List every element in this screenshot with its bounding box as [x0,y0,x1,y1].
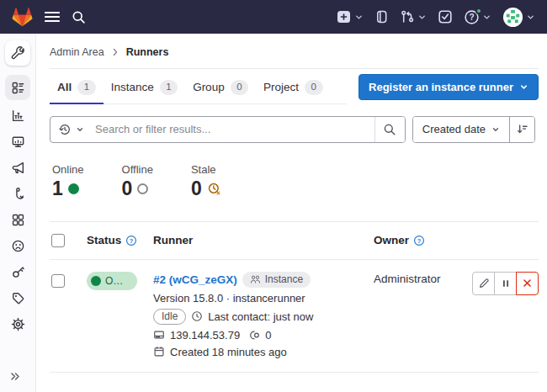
delete-runner-button[interactable] [516,272,539,295]
svg-text:?: ? [130,237,134,245]
register-instance-runner-button[interactable]: Register an instance runner [358,74,539,100]
user-menu[interactable] [502,7,535,28]
tab-instance-count: 1 [160,80,178,95]
runner-link[interactable]: #2 (wCG_zeGX) [153,273,237,286]
todos-icon[interactable] [438,9,453,24]
offline-status-icon [137,183,148,194]
sort-descending-icon [516,123,528,135]
key-icon [11,265,25,279]
tab-group[interactable]: Group 0 [185,71,256,104]
sidebar-item-monitoring[interactable] [6,130,29,153]
search-history-dropdown[interactable] [50,117,92,142]
sidebar-item-abuse-reports[interactable] [6,234,29,257]
jobs-count: 0 [265,329,271,342]
sort-direction-button[interactable] [509,117,534,142]
breadcrumb: Admin Area Runners [50,44,539,61]
svg-text:?: ? [469,13,474,22]
notification-dot [475,8,482,14]
gitlab-logo[interactable] [12,7,33,27]
runner-table-row: Online #2 (wCG_zeGX) Instance Version 15… [50,259,539,373]
status-help-icon[interactable]: ? [125,235,137,246]
main-content: Admin Area Runners All 1 Instance 1 [36,34,547,392]
monitor-icon [11,135,25,149]
online-count: 1 [52,178,63,199]
sidebar-item-messages[interactable] [6,156,29,179]
runner-tabs-row: All 1 Instance 1 Group 0 Project 0 [50,71,539,104]
stale-clock-icon [207,182,221,196]
merge-request-icon [400,9,415,24]
online-status-icon [68,183,79,194]
breadcrumb-chevron-icon [112,48,119,56]
last-contact-text: Last contact: just now [208,310,313,323]
row-checkbox[interactable] [51,274,65,288]
close-x-icon [522,278,533,289]
breadcrumb-divider [50,68,539,69]
stat-online: Online 1 [52,163,84,199]
stale-count: 0 [191,178,202,199]
owner-help-icon[interactable]: ? [413,235,425,246]
select-all-checkbox[interactable] [51,234,65,247]
bar-chart-icon [11,109,25,123]
merge-requests-menu[interactable] [400,9,427,24]
history-icon [58,123,72,136]
runner-stats: Online 1 Offline 0 Stale 0 [50,163,539,199]
topbar-right: ? [336,7,535,28]
filtered-search-box [50,116,406,143]
runner-actions [472,272,539,358]
sort-by-dropdown[interactable]: Created date [413,117,509,142]
chevron-down-icon [76,125,84,134]
search-input[interactable] [92,123,374,135]
search-icon[interactable] [72,10,86,24]
chevron-down-icon [526,13,535,22]
tab-all[interactable]: All 1 [50,71,104,104]
new-menu-button[interactable] [336,9,364,24]
breadcrumb-runners: Runners [126,46,169,58]
host-disk-icon [153,329,165,341]
sidebar-item-analytics[interactable] [6,103,29,127]
wrench-icon [11,46,25,61]
sidebar-item-labels[interactable] [6,286,29,310]
runner-tabs: All 1 Instance 1 Group 0 Project 0 [50,71,347,104]
pause-runner-button[interactable] [494,272,517,295]
hamburger-menu-icon[interactable] [45,11,60,23]
edit-runner-button[interactable] [472,272,495,295]
chevron-down-icon [491,125,500,134]
hook-icon [11,187,25,201]
sidebar-item-admin-area[interactable] [5,40,30,66]
top-navigation-bar: ? [0,0,547,34]
sidebar-item-overview[interactable] [5,75,30,100]
sidebar-item-deploy-keys[interactable] [6,260,29,283]
tab-project[interactable]: Project 0 [256,71,330,104]
search-submit-icon[interactable] [374,117,405,142]
pause-icon [501,278,511,289]
stat-stale: Stale 0 [191,163,221,199]
sidebar-collapse-icon[interactable] [9,371,21,384]
instance-type-badge: Instance [242,272,311,288]
overview-icon [11,81,25,95]
help-menu[interactable]: ? [464,9,491,25]
breadcrumb-admin-area[interactable]: Admin Area [50,46,104,58]
avatar [502,7,523,28]
runner-ip: 139.144.53.79 [170,329,240,342]
sidebar-item-system-hooks[interactable] [6,182,29,205]
online-dot-icon [91,276,101,286]
sidebar-item-applications[interactable] [6,208,29,231]
users-icon [250,274,261,284]
tab-instance[interactable]: Instance 1 [104,71,185,104]
svg-text:?: ? [417,237,422,245]
issues-icon[interactable] [374,9,389,24]
clock-icon [191,310,203,322]
runner-version-line: Version 15.8.0 · instancerunner [153,292,374,305]
sidebar-item-settings[interactable] [6,312,29,336]
owner-cell: Administrator [374,272,468,358]
idle-badge: Idle [153,309,186,325]
chevron-down-icon [417,13,427,22]
sort-control: Created date [412,116,535,143]
created-text: Created 18 minutes ago [170,346,287,358]
filter-row: Created date [50,116,539,143]
chevron-down-icon [354,13,364,22]
chevron-down-icon [519,82,528,92]
stat-offline: Offline 0 [122,163,153,199]
runner-table-header: Status ? Runner Owner ? [50,222,539,259]
tab-group-count: 0 [231,80,248,95]
